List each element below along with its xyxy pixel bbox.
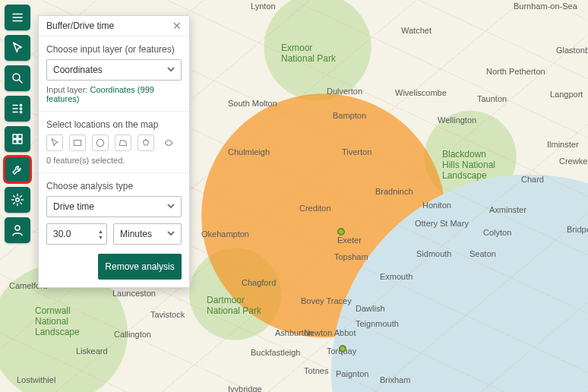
select-pointer-tool[interactable] (46, 134, 63, 151)
panel-title: Buffer/Drive time (46, 21, 114, 31)
select-lasso-tool[interactable] (138, 134, 154, 151)
analysis-value: 30.0 (53, 229, 71, 239)
svg-point-9 (15, 226, 20, 230)
map-place-label: Teignmouth (356, 319, 399, 328)
map-place-label: Chulmleigh (228, 147, 270, 156)
settings-button[interactable] (5, 187, 30, 213)
map-place-label: North Petherton (486, 67, 545, 76)
analysis-type-value: Drive time (53, 201, 94, 212)
map-place-label: Chard (521, 175, 544, 184)
gear-icon (11, 193, 24, 207)
eraser-icon (163, 138, 174, 148)
remove-analysis-button[interactable]: Remove analysis (98, 254, 182, 280)
wrench-icon (11, 163, 24, 176)
svg-rect-5 (18, 134, 22, 138)
map-place-label: Bovey Tracey (301, 296, 352, 305)
close-icon[interactable]: ✕ (172, 21, 182, 31)
lasso-icon (141, 138, 151, 148)
select-rectangle-tool[interactable] (69, 134, 86, 151)
map-place-label: Watchet (401, 26, 432, 35)
svg-rect-7 (18, 140, 22, 144)
map-place-label: Topsham (334, 252, 368, 261)
map-place-label: Bridport (567, 225, 588, 234)
search-button[interactable] (5, 65, 30, 91)
sidebar (5, 5, 30, 243)
chevron-down-icon (167, 201, 175, 212)
map-place-label: Lynton (251, 2, 276, 11)
svg-rect-4 (13, 134, 17, 138)
map-place-label: Dulverton (327, 87, 362, 96)
map-place-label: BlackdownHills NationalLandscape (442, 149, 495, 181)
map-place-label: DartmoorNational Park (207, 295, 261, 316)
user-icon (11, 223, 24, 237)
map-place-label: Axminster (489, 205, 526, 214)
map-place-label: Sidmouth (416, 249, 451, 258)
svg-point-2 (20, 108, 21, 109)
map-place-label: Exmouth (380, 272, 413, 281)
map-place-label: Callington (114, 330, 151, 339)
select-circle-tool[interactable] (92, 134, 109, 151)
svg-point-0 (13, 74, 20, 81)
step-down-icon[interactable]: ▼ (98, 235, 103, 240)
map-place-label: CornwallNationalLandscape (35, 305, 80, 337)
circle-icon (95, 138, 106, 148)
select-button[interactable] (5, 35, 30, 61)
analysis-section: Choose analysis type Drive time 30.0 ▲ ▼… (39, 173, 189, 287)
basemap-button[interactable] (5, 126, 30, 152)
cursor-icon (49, 138, 60, 148)
input-layer-note: Input layer: Coordinates (999 features) (46, 85, 182, 103)
svg-point-8 (16, 198, 20, 202)
input-layer-value: Coordinates (53, 65, 103, 75)
analysis-type-label: Choose analysis type (46, 181, 182, 191)
layers-button[interactable] (5, 96, 30, 122)
map-place-label: Tiverton (342, 147, 371, 156)
buffer-drivetime-panel: Buffer/Drive time ✕ Choose input layer (… (38, 15, 190, 288)
map-place-label: Bradninch (375, 187, 413, 196)
map-place-label: Ilminster (547, 140, 579, 149)
map-place-label: Chagford (242, 278, 276, 287)
chevron-down-icon (167, 65, 175, 75)
analysis-type-select[interactable]: Drive time (46, 196, 182, 217)
chevron-down-icon (167, 229, 175, 239)
map-place-label: South Molton (228, 99, 277, 108)
analysis-value-input[interactable]: 30.0 ▲ ▼ (46, 223, 107, 245)
map-place-label: Colyton (483, 228, 511, 237)
svg-rect-6 (13, 140, 17, 144)
map-place-label: Honiton (422, 201, 451, 210)
stepper: ▲ ▼ (98, 229, 103, 240)
menu-button[interactable] (5, 5, 30, 30)
svg-rect-10 (74, 141, 81, 146)
layers-icon (11, 102, 24, 115)
menu-icon (11, 11, 24, 24)
analysis-tools-button[interactable] (5, 156, 30, 182)
map-place-label: Brixham (380, 375, 410, 384)
map-place-label: Ashburton (275, 328, 313, 337)
selection-tools (46, 134, 182, 151)
map-place-label: Okehampton (201, 229, 249, 239)
map-place-label: Wellington (438, 115, 476, 125)
torbay-marker[interactable] (339, 345, 346, 352)
map-place-label: Bampton (333, 111, 366, 120)
map-place-label: Taunton (477, 94, 507, 103)
map-place-label: Paignton (336, 369, 368, 378)
svg-point-11 (96, 139, 103, 146)
select-polygon-tool[interactable] (115, 134, 131, 151)
account-button[interactable] (5, 217, 30, 243)
select-locations-label: Select locations on the map (46, 119, 182, 130)
analysis-unit-value: Minutes (120, 229, 152, 239)
map-place-label: Ottery St Mary (415, 219, 469, 228)
map-place-label: Seaton (469, 249, 496, 258)
input-layer-select[interactable]: Coordinates (46, 59, 182, 81)
map-place-label: Newton Abbot (304, 328, 356, 337)
step-up-icon[interactable]: ▲ (98, 229, 103, 234)
map-place-label: Totnes (304, 366, 328, 375)
grid-icon (11, 132, 24, 146)
exeter-marker[interactable] (337, 228, 345, 236)
svg-point-3 (20, 111, 21, 112)
analysis-unit-select[interactable]: Minutes (113, 223, 182, 245)
map-place-label: Glastonbu (556, 46, 588, 55)
map-place-label: Crediton (299, 204, 331, 213)
polygon-icon (118, 138, 128, 148)
clear-selection-tool[interactable] (160, 134, 177, 151)
input-layer-section: Choose input layer (or features) Coordin… (39, 36, 189, 112)
